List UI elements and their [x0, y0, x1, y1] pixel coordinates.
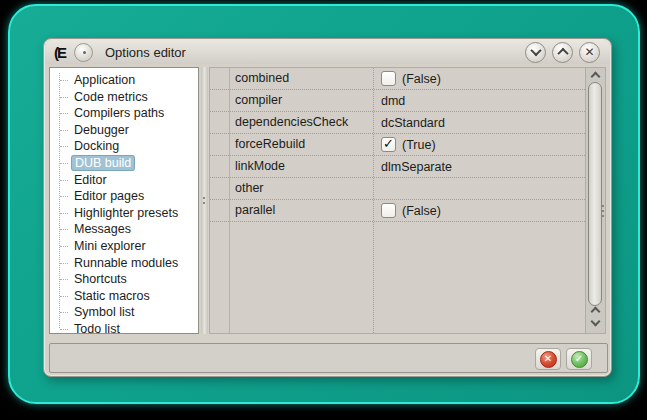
sidebar-item-shortcuts[interactable]: Shortcuts [50, 271, 198, 288]
value-text: (True) [402, 138, 436, 152]
value-text: dcStandard [381, 116, 445, 130]
property-value[interactable]: dcStandard [373, 112, 445, 133]
chevron-down-icon [530, 45, 541, 56]
property-name: combined [210, 68, 373, 89]
sidebar-item-runnable-modules[interactable]: Runnable modules [50, 255, 198, 272]
maximize-button[interactable] [552, 42, 573, 63]
sidebar-item-editor-pages[interactable]: Editor pages [50, 188, 198, 205]
property-row-other[interactable]: other [210, 178, 585, 200]
vertical-scrollbar[interactable] [585, 68, 605, 333]
panel-splitter[interactable] [201, 67, 208, 334]
ok-icon: ✓ [571, 351, 588, 368]
app-logo-icon: (E [54, 44, 65, 61]
property-value[interactable]: (False) [373, 68, 441, 89]
sidebar-item-todo-list[interactable]: Todo list [50, 321, 198, 334]
sidebar-item-mini-explorer[interactable]: Mini explorer [50, 238, 198, 255]
value-text: dlmSeparate [381, 160, 452, 174]
scroll-up-icon[interactable] [591, 72, 601, 82]
property-value[interactable]: dlmSeparate [373, 156, 452, 177]
property-row-compiler[interactable]: compiler dmd [210, 90, 585, 112]
value-text: (False) [402, 204, 441, 218]
ok-button[interactable]: ✓ [566, 348, 592, 370]
minimize-button[interactable] [525, 42, 546, 63]
sidebar-item-debugger[interactable]: Debugger [50, 122, 198, 139]
window-edge-grip-icon [602, 205, 604, 207]
sidebar-item-dub-build-selected[interactable]: DUB build [50, 155, 198, 172]
property-name: compiler [210, 90, 373, 111]
property-name: forceRebuild [210, 134, 373, 155]
value-text: (False) [402, 72, 441, 86]
footer-bar: ✕ ✓ [49, 343, 608, 373]
sidebar-item-application[interactable]: Application [50, 72, 198, 89]
property-row-dependenciescheck[interactable]: dependenciesCheck dcStandard [210, 112, 585, 134]
title-bar[interactable]: (E Options editor ✕ [45, 40, 610, 64]
close-icon: ✕ [584, 46, 594, 58]
property-rows: combined (False) compiler dmd dependenci… [210, 68, 585, 222]
property-value[interactable] [373, 178, 381, 199]
cancel-icon: ✕ [540, 351, 557, 368]
sidebar-item-static-macros[interactable]: Static macros [50, 288, 198, 305]
sidebar-item-docking[interactable]: Docking [50, 138, 198, 155]
property-value[interactable]: dmd [373, 90, 405, 111]
checkbox-unchecked-icon[interactable] [381, 203, 396, 218]
options-editor-window: (E Options editor ✕ Application Code met… [43, 38, 612, 377]
property-row-combined[interactable]: combined (False) [210, 68, 585, 90]
cancel-button[interactable]: ✕ [535, 348, 561, 370]
sidebar-item-symbol-list[interactable]: Symbol list [50, 304, 198, 321]
property-row-linkmode[interactable]: linkMode dlmSeparate [210, 156, 585, 178]
property-name: parallel [210, 200, 373, 221]
scroll-down-icon[interactable] [591, 317, 601, 327]
sidebar-item-messages[interactable]: Messages [50, 221, 198, 238]
checkbox-checked-icon[interactable]: ✓ [381, 137, 396, 152]
sidebar-item-highlighter-presets[interactable]: Highlighter presets [50, 205, 198, 222]
property-name: linkMode [210, 156, 373, 177]
sidebar-item-compilers-paths[interactable]: Compilers paths [50, 105, 198, 122]
sidebar-item-code-metrics[interactable]: Code metrics [50, 89, 198, 106]
property-name: other [210, 178, 373, 199]
scrollbar-thumb[interactable] [588, 82, 602, 306]
splitter-grip-icon [203, 197, 205, 199]
chevron-up-icon [557, 48, 568, 59]
property-row-parallel[interactable]: parallel (False) [210, 200, 585, 222]
window-title: Options editor [105, 45, 186, 60]
property-row-forcerebuild[interactable]: forceRebuild ✓ (True) [210, 134, 585, 156]
window-controls: ✕ [525, 42, 600, 63]
scroll-up-icon[interactable] [591, 307, 601, 317]
sidebar-item-editor[interactable]: Editor [50, 172, 198, 189]
property-value[interactable]: (False) [373, 200, 441, 221]
property-grid[interactable]: combined (False) compiler dmd dependenci… [209, 67, 606, 334]
window-menu-button[interactable] [74, 43, 93, 62]
checkbox-unchecked-icon[interactable] [381, 71, 396, 86]
property-value[interactable]: ✓ (True) [373, 134, 436, 155]
category-tree[interactable]: Application Code metrics Compilers paths… [49, 67, 199, 334]
close-button[interactable]: ✕ [579, 42, 600, 63]
value-text: dmd [381, 94, 405, 108]
property-name: dependenciesCheck [210, 112, 373, 133]
screenshot-stage: (E Options editor ✕ Application Code met… [0, 0, 647, 420]
